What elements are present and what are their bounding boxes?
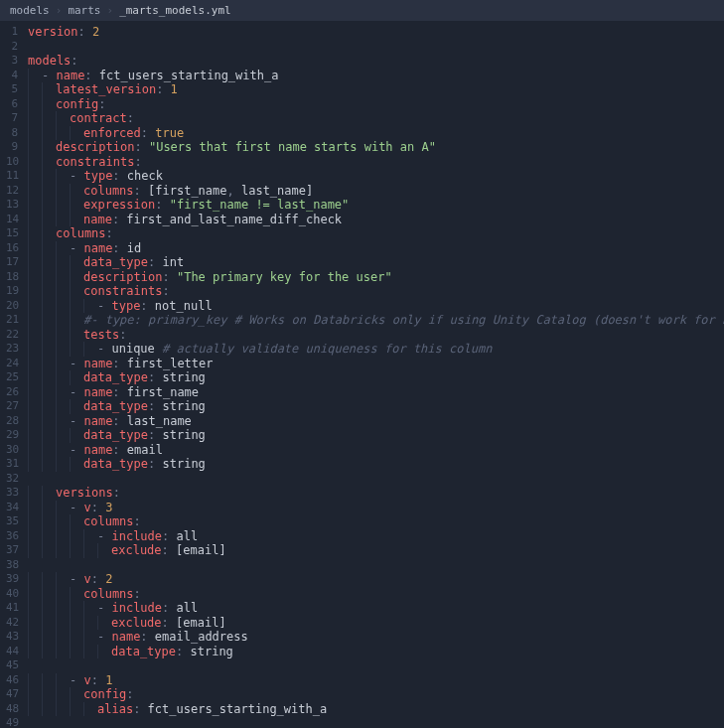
indent-guide <box>70 457 83 472</box>
code-line[interactable]: enforced: true <box>28 126 724 141</box>
indent-guide <box>42 399 56 414</box>
code-line[interactable]: #- type: primary_key # Works on Databric… <box>28 313 724 328</box>
indent-guide <box>56 370 70 385</box>
token-dash: - <box>70 501 83 515</box>
code-line[interactable]: data_type: string <box>28 399 724 414</box>
line-number: 27 <box>6 399 18 414</box>
token-key: alias <box>97 702 133 717</box>
code-line[interactable]: data_type: string <box>28 645 724 659</box>
indent-guide <box>56 543 70 558</box>
code-line[interactable]: columns: <box>28 587 724 602</box>
token-colon: : <box>140 630 154 645</box>
code-line[interactable]: columns: <box>28 514 724 529</box>
indent-guide <box>28 184 42 199</box>
indent-guide <box>28 414 42 429</box>
indent-guide <box>28 428 42 443</box>
code-line[interactable]: - name: email <box>28 443 724 458</box>
token-colon: : <box>112 169 126 184</box>
code-line[interactable]: - v: 2 <box>28 572 724 587</box>
token-key: name <box>83 213 112 227</box>
code-line[interactable]: config: <box>28 97 724 112</box>
code-line[interactable]: exclude: [email] <box>28 543 724 558</box>
token-plain: int <box>162 255 184 270</box>
code-line[interactable]: alias: fct_users_starting_with_a <box>28 702 724 717</box>
indent-guide <box>56 198 70 213</box>
code-line[interactable]: columns: [first_name, last_name] <box>28 184 724 199</box>
code-line[interactable]: version: 2 <box>28 25 724 40</box>
breadcrumb-item-marts[interactable]: marts <box>68 4 100 17</box>
token-key: version <box>28 25 78 40</box>
token-dash: - <box>70 169 83 184</box>
indent-guide <box>42 428 56 443</box>
token-colon: : <box>112 414 126 429</box>
code-line[interactable]: - type: check <box>28 169 724 184</box>
code-line[interactable]: - unique # actually validate uniqueness … <box>28 342 724 357</box>
token-colon: : <box>162 284 169 299</box>
code-line[interactable] <box>28 472 724 487</box>
code-line[interactable]: tests: <box>28 328 724 343</box>
indent-guide <box>56 414 70 429</box>
token-bool: true <box>155 126 184 141</box>
code-line[interactable]: contract: <box>28 111 724 126</box>
code-line[interactable] <box>28 558 724 573</box>
code-line[interactable]: columns: <box>28 226 724 241</box>
code-line[interactable] <box>28 658 724 673</box>
code-line[interactable]: - name: first_name <box>28 385 724 400</box>
code-line[interactable]: exclude: [email] <box>28 616 724 631</box>
code-line[interactable]: - name: id <box>28 241 724 256</box>
code-line[interactable] <box>28 716 724 728</box>
code-line[interactable]: - v: 1 <box>28 673 724 688</box>
code-line[interactable]: data_type: string <box>28 457 724 472</box>
code-line[interactable]: - include: all <box>28 601 724 616</box>
token-dash: - <box>70 572 83 587</box>
code-line[interactable] <box>28 40 724 55</box>
indent-guide <box>42 529 56 544</box>
token-str: "Users that first name starts with an A" <box>149 140 436 155</box>
code-line[interactable]: data_type: string <box>28 428 724 443</box>
code-line[interactable]: - name: first_letter <box>28 357 724 371</box>
token-key: columns <box>56 226 106 241</box>
token-colon: : <box>148 255 162 270</box>
code-line[interactable]: name: first_and_last_name_diff_check <box>28 213 724 227</box>
code-line[interactable]: - name: email_address <box>28 630 724 645</box>
code-line[interactable]: constraints: <box>28 155 724 170</box>
indent-guide <box>28 601 42 616</box>
token-plain: string <box>162 457 205 472</box>
indent-guide <box>56 313 70 328</box>
code-line[interactable]: description: "Users that first name star… <box>28 140 724 155</box>
code-line[interactable]: - include: all <box>28 529 724 544</box>
indent-guide <box>42 645 56 659</box>
indent-guide <box>70 543 83 558</box>
code-line[interactable]: data_type: int <box>28 255 724 270</box>
indent-guide <box>42 140 56 155</box>
code-line[interactable]: expression: "first_name != last_name" <box>28 198 724 213</box>
token-colon: : <box>91 501 105 515</box>
code-line[interactable]: constraints: <box>28 284 724 299</box>
code-content[interactable]: version: 2models:- name: fct_users_start… <box>28 21 724 725</box>
code-line[interactable]: - v: 3 <box>28 501 724 515</box>
token-dash: - <box>70 414 83 429</box>
code-line[interactable]: - type: not_null <box>28 299 724 314</box>
indent-guide <box>70 702 83 717</box>
indent-guide <box>42 601 56 616</box>
code-line[interactable]: description: "The primary key for the us… <box>28 270 724 285</box>
code-line[interactable]: config: <box>28 687 724 702</box>
indent-guide <box>56 428 70 443</box>
code-line[interactable]: - name: fct_users_starting_with_a <box>28 69 724 83</box>
indent-guide <box>42 587 56 602</box>
indent-guide <box>56 687 70 702</box>
indent-guide <box>28 457 42 472</box>
code-editor[interactable]: 1234567891011121314151617181920212223242… <box>0 21 724 725</box>
code-line[interactable]: - name: last_name <box>28 414 724 429</box>
code-line[interactable]: versions: <box>28 486 724 501</box>
code-line[interactable]: latest_version: 1 <box>28 82 724 97</box>
breadcrumb-item-models[interactable]: models <box>10 4 50 17</box>
code-line[interactable]: data_type: string <box>28 370 724 385</box>
line-number: 8 <box>6 126 18 141</box>
token-plain: all <box>176 529 198 544</box>
indent-guide <box>42 501 56 515</box>
indent-guide <box>56 630 70 645</box>
token-colon: : <box>112 213 126 227</box>
breadcrumb-item-file[interactable]: _marts_models.yml <box>119 4 231 17</box>
code-line[interactable]: models: <box>28 54 724 69</box>
